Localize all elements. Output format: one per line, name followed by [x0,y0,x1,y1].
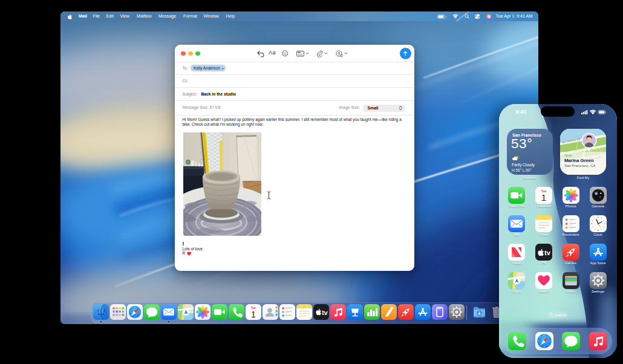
svg-text:tv: tv [544,249,551,256]
svg-text:1: 1 [251,310,256,319]
svg-text:1: 1 [541,192,546,202]
svg-text:tv: tv [322,309,327,316]
